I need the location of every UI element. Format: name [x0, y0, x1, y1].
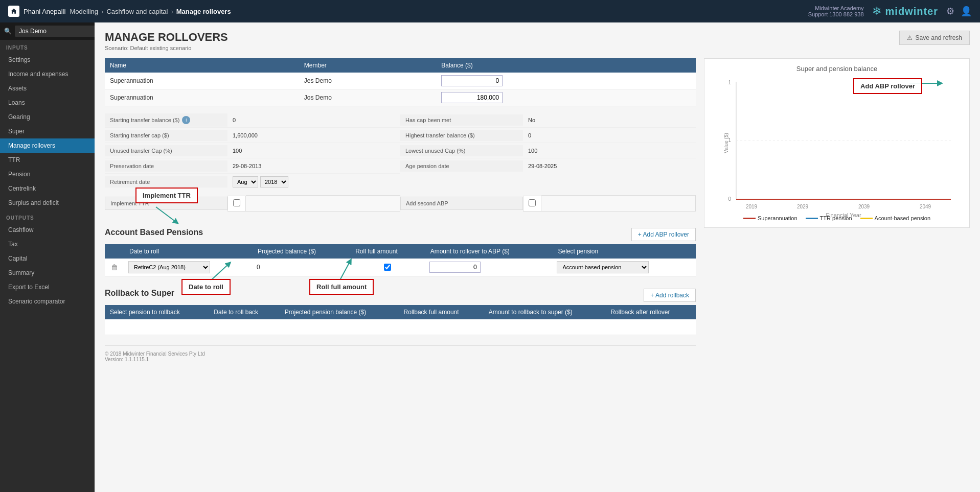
row1-name: Superannuation: [105, 73, 299, 89]
chart-legend: Superannuation TTR pension Acount-based …: [711, 215, 963, 221]
breadcrumb-item-3: Manage rollovers: [176, 8, 231, 15]
left-column: Name Member Balance ($) Superannuation J…: [105, 58, 696, 362]
info-row-unused-cap: Unused transfer Cap (%) 100: [105, 143, 400, 158]
abp-date-select[interactable]: RetireC2 (Aug 2018): [128, 261, 210, 273]
academy-name: Midwinter Academy: [815, 5, 863, 11]
abp-title: Account Based Pensions: [105, 228, 203, 237]
sidebar-search[interactable]: 🔍: [0, 22, 95, 40]
ttr-row: Implement TTR: [105, 195, 400, 212]
sidebar-item-cashflow[interactable]: Cashflow: [0, 223, 95, 237]
label-highest-balance: Highest transfer balance ($): [400, 130, 523, 141]
info-row-lowest-cap: Lowest unused Cap (%) 100: [400, 143, 696, 158]
user-icon[interactable]: 👤: [961, 6, 972, 17]
sidebar-item-loans[interactable]: Loans: [0, 96, 95, 110]
save-refresh-button[interactable]: ⚠ Save and refresh: [899, 31, 970, 45]
col-name: Name: [105, 58, 299, 73]
right-column: Super and pension balance 1 1 0 Value (: [704, 58, 970, 362]
row2-balance-cell: [436, 89, 696, 106]
sidebar-item-pension[interactable]: Pension: [0, 167, 95, 181]
home-icon[interactable]: [8, 6, 19, 17]
info-icon-transfer[interactable]: i: [182, 116, 190, 124]
super-table: Name Member Balance ($) Superannuation J…: [105, 58, 696, 106]
footer-copyright: © 2018 Midwinter Financial Services Pty …: [105, 351, 696, 357]
add-second-abp-checkbox[interactable]: [529, 199, 536, 206]
info-row-age-pension-date: Age pension date 29-08-2025: [400, 158, 696, 174]
chart-y-label: Value ($): [723, 133, 729, 153]
col-date-rollback: Date to roll back: [209, 305, 279, 319]
sidebar-item-ttr[interactable]: TTR: [0, 153, 95, 167]
add-abp-button[interactable]: + Add ABP rollover: [631, 228, 696, 241]
rollback-table: Select pension to rollback Date to roll …: [105, 305, 696, 335]
retirement-year-select[interactable]: 2018: [260, 176, 288, 188]
retirement-selects: Aug 2018: [233, 176, 395, 188]
abp-section: Account Based Pensions + Add ABP rollove…: [105, 228, 696, 276]
sidebar-item-gearing[interactable]: Gearing: [0, 110, 95, 124]
retirement-month-select[interactable]: Aug: [233, 176, 258, 188]
row2-balance-input[interactable]: [441, 92, 503, 103]
footer-version: Version: 1.1.1115.1: [105, 357, 696, 362]
nav-right: Midwinter Academy Support 1300 882 938 ❄…: [808, 5, 972, 18]
breadcrumb-sep-1: ›: [101, 8, 103, 15]
outputs-section-label: OUTPUTS: [0, 210, 95, 223]
col-rollback-after: Rollback after rollover: [605, 305, 696, 319]
row1-balance-cell: [436, 73, 696, 89]
page-subtitle: Scenario: Default existing scenario: [105, 45, 228, 51]
row1-member: Jes Demo: [299, 73, 436, 89]
implement-ttr-checkbox[interactable]: [233, 199, 240, 206]
sidebar-item-manage-rollovers[interactable]: Manage rollovers: [0, 138, 95, 153]
abp-pension-select[interactable]: Account-based pension: [557, 261, 649, 273]
sidebar-item-scenario-comparator[interactable]: Scenario comparator: [0, 294, 95, 309]
svg-text:1: 1: [728, 80, 731, 85]
chart-svg: 1 1 0 Value ($) 2019 2029 2039 2049 Fina…: [711, 77, 961, 220]
value-transfer-cap: 1,600,000: [227, 130, 400, 141]
row1-balance-input[interactable]: [441, 75, 503, 86]
add-rollback-button[interactable]: + Add rollback: [644, 289, 696, 302]
sidebar-item-super[interactable]: Super: [0, 124, 95, 138]
abp-delete-button[interactable]: 🗑: [109, 262, 120, 272]
sidebar-item-income-expenses[interactable]: Income and expenses: [0, 67, 95, 81]
col-balance: Balance ($): [436, 58, 696, 73]
ttr-label: Implement TTR: [105, 197, 227, 210]
sidebar-item-export-excel[interactable]: Export to Excel: [0, 280, 95, 294]
abp-amount-input[interactable]: [429, 262, 481, 273]
page-header: MANAGE ROLLOVERS Scenario: Default exist…: [105, 31, 970, 51]
transfer-info: Starting transfer balance ($) i 0 Starti…: [105, 112, 696, 190]
brand-name: midwinter: [885, 6, 938, 17]
value-cap-met: No: [523, 114, 696, 126]
value-preservation-date: 29-08-2013: [227, 160, 400, 172]
breadcrumb: Modelling › Cashflow and capital › Manag…: [70, 8, 231, 15]
abp-section-header: Account Based Pensions + Add ABP rollove…: [105, 228, 696, 241]
sidebar-item-assets[interactable]: Assets: [0, 81, 95, 96]
app-layout: 🔍 INPUTS Settings Income and expenses As…: [0, 22, 980, 492]
label-preservation-date: Preservation date: [105, 160, 227, 172]
sidebar-item-centrelink[interactable]: Centrelink: [0, 181, 95, 196]
info-row-transfer-cap: Starting transfer cap ($) 1,600,000: [105, 128, 400, 143]
abp-roll-full-cell: [350, 259, 425, 276]
rollback-empty-row: [105, 319, 696, 335]
sidebar-item-settings[interactable]: Settings: [0, 53, 95, 67]
abp-roll-full-checkbox[interactable]: [384, 264, 391, 271]
value-retirement-date: Aug 2018: [227, 174, 400, 190]
breadcrumb-item-2[interactable]: Cashflow and capital: [106, 8, 168, 15]
user-info: Midwinter Academy Support 1300 882 938: [808, 5, 864, 17]
chart-area: Super and pension balance 1 1 0 Value (: [704, 58, 970, 228]
settings-icon[interactable]: ⚙: [946, 6, 954, 17]
abp-delete-cell: 🗑: [105, 259, 124, 276]
breadcrumb-item-1[interactable]: Modelling: [70, 8, 98, 15]
ttr-spacer: [246, 195, 400, 212]
sidebar-item-tax[interactable]: Tax: [0, 237, 95, 251]
svg-text:0: 0: [728, 196, 731, 202]
sidebar-item-capital[interactable]: Capital: [0, 251, 95, 266]
col-proj-balance: Projected balance ($): [253, 244, 350, 259]
row2-name: Superannuation: [105, 89, 299, 106]
search-input[interactable]: [15, 26, 95, 37]
row2-member: Jos Demo: [299, 89, 436, 106]
sidebar-item-surplus-deficit[interactable]: Surplus and deficit: [0, 196, 95, 210]
sidebar: 🔍 INPUTS Settings Income and expenses As…: [0, 22, 95, 492]
abp-amount-cell: [425, 259, 553, 276]
chart-x-2039: 2039: [858, 204, 870, 209]
add-second-abp-checkbox-wrap: [523, 196, 541, 212]
sidebar-item-summary[interactable]: Summary: [0, 266, 95, 280]
breadcrumb-sep-2: ›: [171, 8, 173, 15]
chart-x-2049: 2049: [920, 204, 931, 209]
